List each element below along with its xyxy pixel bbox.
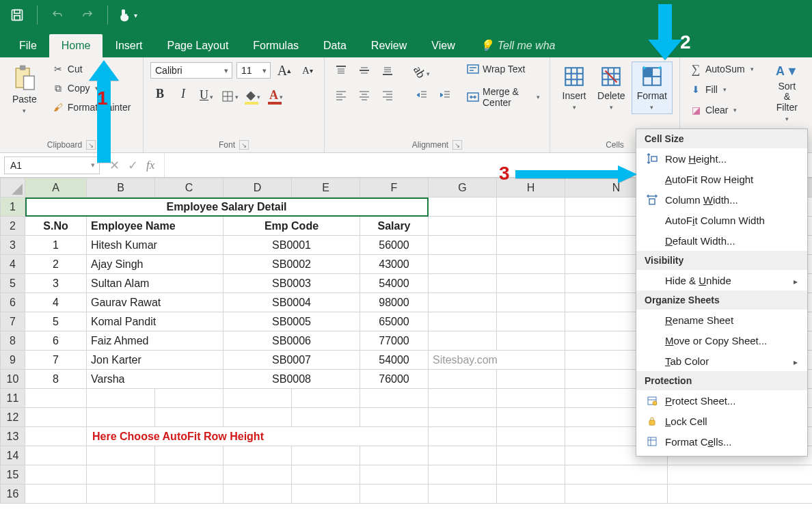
col-header-E[interactable]: E — [292, 178, 360, 198]
select-all-corner[interactable] — [1, 178, 25, 198]
cell[interactable] — [668, 465, 813, 485]
orientation-icon[interactable]: ab — [412, 62, 431, 79]
merge-center-button[interactable]: Merge & Center▾ — [464, 85, 543, 109]
row-header[interactable]: 11 — [1, 389, 25, 408]
autosum-button[interactable]: ∑AutoSum▾ — [687, 62, 757, 77]
cell[interactable] — [429, 198, 497, 217]
align-bottom-icon[interactable] — [378, 62, 397, 79]
menu-format-cells[interactable]: Format Cells... — [636, 431, 807, 452]
cell[interactable] — [565, 485, 668, 504]
cell[interactable] — [292, 465, 360, 485]
cell[interactable]: SB0005 — [224, 312, 360, 331]
cell[interactable] — [25, 427, 87, 446]
borders-button[interactable] — [220, 85, 239, 103]
cell[interactable]: 2 — [25, 255, 87, 274]
menu-lock-cell[interactable]: Lock Cell — [636, 411, 807, 431]
font-name-combo[interactable]: Calibri — [150, 62, 232, 79]
cell[interactable] — [497, 217, 565, 236]
cancel-icon[interactable]: ✕ — [109, 158, 120, 173]
cell[interactable]: 54000 — [360, 274, 429, 293]
tab-home[interactable]: Home — [49, 34, 103, 57]
cell[interactable]: 5 — [25, 312, 87, 331]
menu-column-width[interactable]: Column Width... — [636, 189, 807, 210]
cell[interactable] — [292, 446, 360, 465]
cell[interactable] — [497, 331, 565, 351]
insert-cells-button[interactable]: Insert▾ — [557, 62, 591, 113]
row-header[interactable]: 6 — [1, 293, 25, 312]
col-header-B[interactable]: B — [87, 178, 155, 198]
cell[interactable]: SB0004 — [224, 293, 360, 312]
cell[interactable]: SB0001 — [224, 236, 360, 255]
cell[interactable]: S.No — [25, 217, 87, 236]
cell[interactable]: Emp Code — [224, 217, 360, 236]
cell[interactable] — [224, 389, 292, 408]
cell[interactable] — [25, 389, 87, 408]
tell-me-search[interactable]: 💡 Tell me wha — [468, 33, 568, 57]
cell[interactable] — [155, 485, 224, 504]
cell[interactable] — [87, 408, 155, 427]
align-left-icon[interactable] — [331, 86, 351, 104]
cell[interactable] — [429, 236, 497, 255]
menu-rename-sheet[interactable]: Rename Sheet — [636, 310, 807, 330]
fill-color-button[interactable]: ◆ — [243, 85, 262, 103]
cell[interactable] — [497, 236, 565, 255]
cell[interactable] — [429, 255, 497, 274]
cell[interactable]: Salary — [360, 217, 429, 236]
cell[interactable] — [497, 408, 565, 427]
cell[interactable] — [429, 408, 497, 427]
sort-filter-button[interactable]: A▼ Sort & Filter▾ — [769, 62, 805, 125]
align-right-icon[interactable] — [378, 86, 397, 104]
cell[interactable] — [25, 446, 87, 465]
cell[interactable]: Faiz Ahmed — [87, 331, 224, 351]
row-header[interactable]: 5 — [1, 274, 25, 293]
cell[interactable] — [429, 485, 497, 504]
cut-button[interactable]: ✂Cut — [49, 62, 134, 77]
cell[interactable] — [25, 408, 87, 427]
undo-icon[interactable] — [47, 5, 68, 25]
delete-cells-button[interactable]: Delete▾ — [593, 62, 630, 113]
dialog-launcher-icon[interactable]: ↘ — [239, 140, 249, 150]
dialog-launcher-icon[interactable]: ↘ — [452, 140, 462, 150]
cell[interactable] — [87, 389, 155, 408]
name-box[interactable]: A1 — [4, 156, 100, 174]
format-painter-button[interactable]: 🖌Format Painter — [49, 100, 134, 115]
row-header[interactable]: 3 — [1, 236, 25, 255]
cell[interactable]: SB0002 — [224, 255, 360, 274]
cell[interactable]: Varsha — [87, 370, 224, 389]
cell[interactable] — [497, 485, 565, 504]
cell[interactable]: 43000 — [360, 255, 429, 274]
menu-tab-color[interactable]: Tab Color — [636, 351, 807, 371]
cell[interactable]: Sitesbay.com — [429, 351, 565, 370]
touch-mode-icon[interactable]: ▾ — [118, 5, 138, 25]
col-header-F[interactable]: F — [360, 178, 429, 198]
cell[interactable] — [429, 274, 497, 293]
cell[interactable] — [497, 389, 565, 408]
cell[interactable] — [429, 312, 497, 331]
row-header[interactable]: 14 — [1, 446, 25, 465]
align-top-icon[interactable] — [331, 62, 351, 79]
cell[interactable]: Gaurav Rawat — [87, 293, 224, 312]
cell[interactable] — [87, 446, 155, 465]
format-cells-button[interactable]: Format▾ — [632, 62, 673, 114]
row-header[interactable]: 9 — [1, 351, 25, 370]
cell[interactable] — [25, 485, 87, 504]
tab-insert[interactable]: Insert — [103, 34, 154, 57]
cell[interactable] — [292, 389, 360, 408]
cell[interactable] — [360, 465, 429, 485]
cell[interactable]: SB0007 — [224, 351, 360, 370]
cell[interactable] — [292, 485, 360, 504]
cell[interactable]: SB0008 — [224, 370, 360, 389]
cell[interactable] — [565, 465, 668, 485]
col-header-D[interactable]: D — [224, 178, 292, 198]
align-middle-icon[interactable] — [355, 62, 374, 79]
cell[interactable] — [155, 389, 224, 408]
menu-autofit-row-height[interactable]: AutoFit Row Height — [636, 169, 807, 189]
decrease-indent-icon[interactable] — [412, 86, 431, 104]
cell[interactable] — [429, 217, 497, 236]
cell[interactable]: Employee Name — [87, 217, 224, 236]
cell[interactable]: 6 — [25, 331, 87, 351]
cell[interactable] — [497, 446, 565, 465]
cell[interactable]: Komal Pandit — [87, 312, 224, 331]
decrease-font-icon[interactable]: A▾ — [298, 62, 317, 79]
italic-button[interactable]: I — [174, 85, 193, 103]
